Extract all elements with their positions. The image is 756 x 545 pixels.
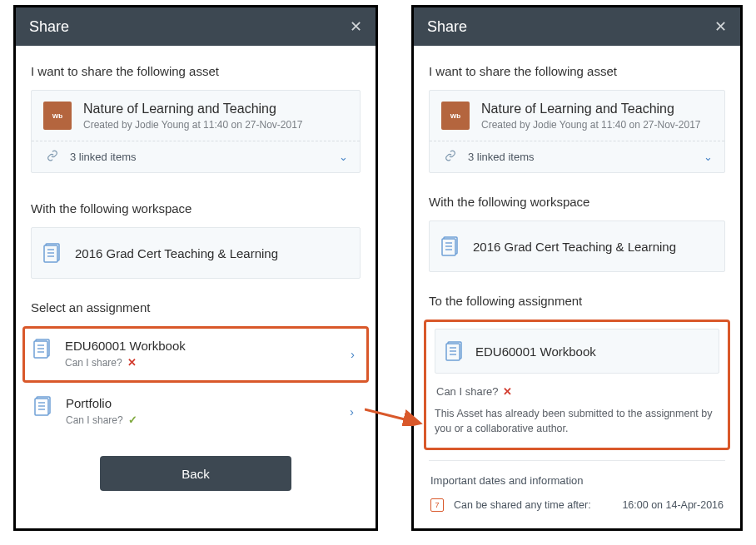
workspace-title: 2016 Grad Cert Teaching & Learning [473, 240, 676, 254]
close-icon[interactable]: ✕ [350, 19, 362, 34]
assignment-icon [445, 341, 464, 361]
svg-rect-11 [35, 399, 48, 415]
highlight-assignment-detail: EDU60001 Workbook Can I share? ✕ This As… [424, 320, 730, 450]
svg-rect-16 [442, 239, 455, 255]
assignment-row-portfolio[interactable]: Portfolio Can I share? ✓ › [31, 388, 361, 436]
back-button[interactable]: Back [100, 456, 291, 491]
workspace-card: 2016 Grad Cert Teaching & Learning [31, 227, 361, 279]
share-dialog-right: Share ✕ I want to share the following as… [411, 5, 743, 531]
linked-items-label: 3 linked items [468, 151, 534, 163]
assignment-main: Portfolio Can I share? ✓ [66, 396, 336, 426]
asset-text: Nature of Learning and Teaching Created … [83, 101, 303, 131]
share-question: Can I share? [436, 385, 498, 398]
heading-workspace: With the following workspace [31, 201, 361, 216]
svg-rect-6 [34, 341, 47, 358]
share-question: Can I share? [65, 357, 122, 369]
asset-card: Wb Nature of Learning and Teaching Creat… [31, 90, 361, 173]
chevron-right-icon: › [350, 404, 354, 419]
asset-title: Nature of Learning and Teaching [83, 101, 303, 117]
heading-asset: I want to share the following asset [429, 64, 725, 78]
x-icon: ✕ [127, 356, 137, 369]
dates-row: Can be shared any time after: 16:00 on 1… [429, 495, 725, 515]
asset-summary: Wb Nature of Learning and Teaching Creat… [430, 91, 724, 141]
chevron-down-icon: ⌄ [339, 151, 348, 163]
linked-items-row[interactable]: 3 linked items ⌄ [430, 141, 724, 172]
workbook-badge-icon: Wb [441, 102, 470, 130]
linked-items-row[interactable]: 3 linked items ⌄ [32, 141, 360, 172]
workspace-card: 2016 Grad Cert Teaching & Learning [429, 220, 725, 272]
workbook-badge-icon: Wb [43, 102, 72, 130]
titlebar: Share ✕ [414, 7, 740, 46]
asset-card: Wb Nature of Learning and Teaching Creat… [429, 90, 725, 173]
workspace-icon [441, 236, 460, 256]
assignment-icon [34, 396, 52, 416]
heading-select-assignment: Select an assignment [31, 300, 361, 315]
dialog-body: I want to share the following asset Wb N… [16, 46, 376, 528]
heading-asset: I want to share the following asset [31, 64, 361, 78]
svg-rect-1 [44, 245, 57, 262]
highlight-assignment-box: EDU60001 Workbook Can I share? ✕ › [22, 326, 369, 383]
share-dialog-left: Share ✕ I want to share the following as… [13, 5, 378, 531]
heading-to-assignment: To the following assignment [429, 294, 725, 308]
linked-items-label: 3 linked items [70, 151, 136, 163]
heading-dates: Important dates and information [430, 474, 725, 487]
calendar-icon [430, 498, 444, 512]
link-icon [47, 150, 58, 164]
titlebar: Share ✕ [16, 7, 376, 46]
asset-created: Created by Jodie Young at 11:40 on 27-No… [83, 119, 303, 131]
assignment-row-edu60001[interactable]: EDU60001 Workbook Can I share? ✕ › [30, 330, 361, 379]
check-icon: ✓ [128, 414, 137, 426]
asset-summary: Wb Nature of Learning and Teaching Creat… [32, 91, 360, 141]
link-icon [445, 150, 456, 164]
assignment-main: EDU60001 Workbook Can I share? ✕ [65, 339, 337, 369]
assignment-title: EDU60001 Workbook [65, 339, 337, 353]
asset-created: Created by Jodie Young at 11:40 on 27-No… [481, 119, 701, 131]
assignment-icon [33, 339, 52, 359]
close-icon[interactable]: ✕ [714, 19, 727, 34]
divider [429, 460, 725, 461]
svg-rect-21 [446, 344, 460, 360]
dialog-title: Share [29, 18, 69, 36]
chevron-down-icon: ⌄ [704, 151, 713, 163]
assignment-title: Portfolio [66, 396, 336, 410]
asset-text: Nature of Learning and Teaching Created … [481, 101, 701, 131]
dates-value: 16:00 on 14-Apr-2016 [622, 499, 724, 511]
dates-label: Can be shared any time after: [454, 499, 591, 511]
chevron-right-icon: › [351, 347, 355, 361]
workspace-icon [43, 243, 62, 263]
asset-title: Nature of Learning and Teaching [481, 101, 701, 117]
workspace-title: 2016 Grad Cert Teaching & Learning [75, 246, 278, 260]
dialog-body: I want to share the following asset Wb N… [414, 46, 740, 528]
x-icon: ✕ [503, 385, 512, 398]
share-explanation: This Asset has already been submitted to… [435, 406, 719, 436]
share-question: Can I share? [66, 414, 123, 426]
dialog-title: Share [427, 18, 467, 36]
assignment-title: EDU60001 Workbook [475, 344, 596, 359]
share-question-row: Can I share? ✕ [436, 385, 719, 398]
assignment-share-status: Can I share? ✕ [65, 356, 337, 369]
heading-workspace: With the following workspace [429, 195, 725, 209]
assignment-share-status: Can I share? ✓ [66, 414, 336, 426]
assignment-card: EDU60001 Workbook [435, 329, 719, 374]
